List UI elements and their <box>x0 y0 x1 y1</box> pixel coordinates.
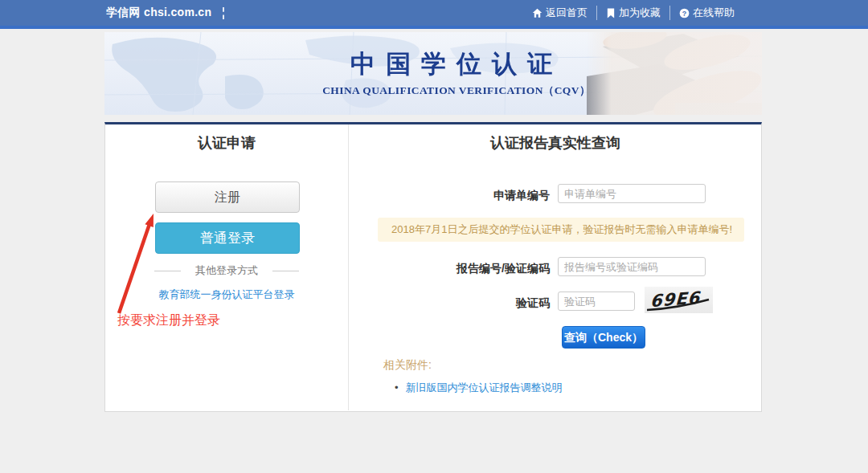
topbar: 学信网 chsi.com.cn 返回首页 加为收藏 ? 在线帮助 <box>0 0 868 29</box>
banner: 中国学位认证 CHINA QUALIFICATION VERIFICATION（… <box>104 32 762 115</box>
apply-heading: 认证申请 <box>105 133 348 153</box>
nav-help[interactable]: ? 在线帮助 <box>669 6 743 20</box>
login-button[interactable]: 普通登录 <box>155 222 300 254</box>
site-brand[interactable]: 学信网 chsi.com.cn <box>106 6 211 20</box>
svg-text:?: ? <box>682 9 686 17</box>
captcha-label: 验证码 <box>350 294 550 312</box>
attachments-label: 相关附件: <box>383 358 432 373</box>
nav-bookmark-label: 加为收藏 <box>619 6 661 20</box>
nav-home-label: 返回首页 <box>546 6 588 20</box>
banner-title-en: CHINA QUALIFICATION VERIFICATION（CQV） <box>151 84 762 98</box>
other-login-label: 其他登录方式 <box>195 263 258 278</box>
notice-banner: 2018年7月1日之后提交的学位认证申请，验证报告时无需输入申请单编号! <box>378 218 744 242</box>
application-number-label: 申请单编号 <box>350 186 550 204</box>
nav-bookmark[interactable]: 加为收藏 <box>596 6 669 20</box>
captcha-strike-line <box>645 287 713 313</box>
report-number-label: 报告编号/验证编码 <box>350 259 550 277</box>
application-number-input[interactable] <box>558 184 706 203</box>
register-button[interactable]: 注册 <box>155 181 300 213</box>
divider-line-right <box>272 271 299 271</box>
banner-title-block: 中国学位认证 CHINA QUALIFICATION VERIFICATION（… <box>104 47 762 98</box>
help-icon: ? <box>679 8 690 18</box>
main-panel: 认证申请 注册 普通登录 其他登录方式 教育部统一身份认证平台登录 按要求注册并… <box>104 122 762 412</box>
captcha-image[interactable]: 69E6 <box>645 287 713 313</box>
topbar-nav: 返回首页 加为收藏 ? 在线帮助 <box>523 0 743 26</box>
nav-home[interactable]: 返回首页 <box>523 6 596 20</box>
verify-heading: 认证报告真实性查询 <box>350 133 761 153</box>
apply-section: 认证申请 注册 普通登录 其他登录方式 教育部统一身份认证平台登录 按要求注册并… <box>105 124 349 410</box>
red-arrow-annotation <box>109 209 162 320</box>
nav-help-label: 在线帮助 <box>693 6 735 20</box>
verify-section: 认证报告真实性查询 申请单编号 2018年7月1日之后提交的学位认证申请，验证报… <box>350 124 761 410</box>
check-button[interactable]: 查询（Check） <box>562 326 645 349</box>
brand-separator <box>223 7 224 19</box>
home-icon <box>532 8 542 18</box>
attachment-link[interactable]: 新旧版国内学位认证报告调整说明 <box>395 381 563 395</box>
captcha-input[interactable] <box>558 292 635 311</box>
banner-title-cn: 中国学位认证 <box>151 47 762 81</box>
bookmark-icon <box>606 8 616 18</box>
report-number-input[interactable] <box>558 257 706 276</box>
